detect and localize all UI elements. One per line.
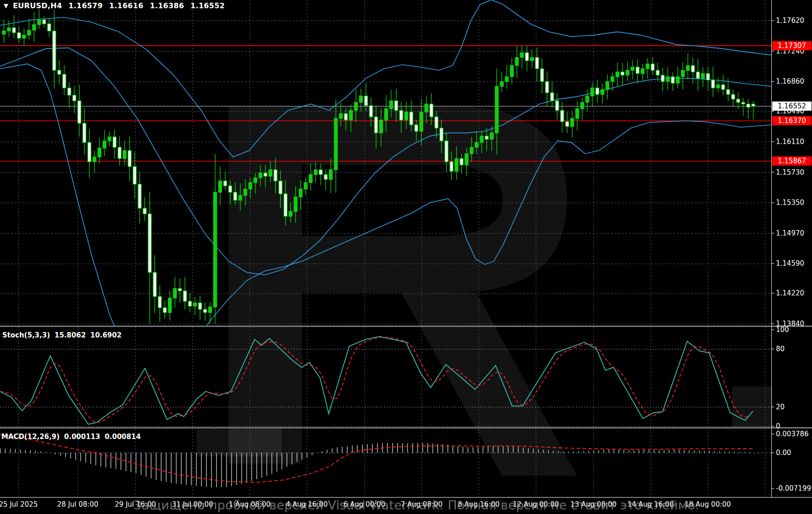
candle-body [752,104,755,107]
candle-body [711,80,715,88]
candle-body [420,112,423,131]
candle-body [445,141,448,162]
candle-body [500,81,503,86]
candle-body [12,28,16,33]
price-axis-label[interactable]: 1.14220 [776,289,804,297]
stoch-signal-line [0,337,749,423]
candle-body [621,72,624,75]
candle-body [405,112,408,120]
macd-signal-line [0,434,753,482]
level-price-tag[interactable]: 1.17307 [772,41,812,50]
candle-body [747,104,750,107]
stoch-axis-label[interactable]: 20 [776,403,785,411]
time-axis-label[interactable]: 25 Jul 2025 [0,500,37,509]
level-price-tag[interactable]: 1.15867 [772,156,812,166]
candle-body [666,77,669,82]
macd-axis-label[interactable]: -0.007199 [776,484,811,493]
candle-body [299,189,302,197]
candle-body [98,148,101,157]
panel-separator-stoch[interactable] [0,326,812,327]
candle-body [244,189,247,195]
candle-body [198,303,202,309]
candle-body [545,81,549,93]
candle-body [254,178,257,183]
trial-watermark-text: Защищено пробной версией Visual Watermar… [134,498,700,512]
candle-body [676,77,679,83]
candle-body [138,184,141,209]
candle-body [63,75,66,88]
candle-body [339,113,342,118]
candle-body [354,102,358,111]
candle-body [369,106,373,117]
price-axis-label[interactable]: 1.16860 [776,77,804,86]
candle-body [576,109,579,118]
bid-price-tag[interactable]: 1.16552 [772,102,812,111]
candle-body [686,65,689,70]
candle-body [364,96,368,106]
quote-low: 1.16386 [150,1,184,10]
candle-body [566,122,569,127]
candle-body [309,175,312,183]
candle-body [681,70,684,77]
macd-panel[interactable] [0,434,753,487]
macd-axis-label[interactable]: 0.003786 [776,430,809,438]
candle-body [208,307,212,312]
candle-body [234,192,237,200]
candle-body [737,99,740,102]
price-axis-label[interactable]: 1.14970 [776,229,804,237]
candle-body [631,67,634,70]
candle-body [314,170,317,175]
candle-body [721,85,725,90]
candle-body [113,137,116,147]
candle-body [550,93,554,101]
candle-body [108,137,111,141]
candle-body [48,24,51,31]
candle-body [264,173,267,176]
candle-body [465,154,468,165]
macd-axis-label[interactable]: 0.00 [776,449,791,457]
stoch-axis-label[interactable]: 0 [776,422,780,430]
price-axis-label[interactable]: 1.17620 [776,16,804,25]
candle-body [143,208,146,214]
stoch-axis-label[interactable]: 100 [776,326,789,334]
candle-body [540,69,544,81]
candle-body [455,159,458,171]
candle-body [727,90,730,95]
candle-body [219,181,222,193]
price-axis-label[interactable]: 1.15730 [776,168,804,177]
candle-body [626,70,629,75]
candle-body [591,88,594,96]
stoch-panel[interactable] [0,337,753,424]
candle-body [53,31,56,70]
price-axis-label[interactable]: 1.14590 [776,259,804,268]
stoch-name: Stoch(5,3,3) [2,331,50,339]
price-axis-label[interactable]: 1.16110 [776,138,804,146]
candle-body [374,117,378,133]
candle-body [334,118,337,170]
stoch-axis-label[interactable]: 80 [776,345,785,353]
candle-body [379,120,383,133]
level-price-tag[interactable]: 1.16370 [772,116,812,125]
candle-body [661,75,664,81]
stoch-value-signal: 10.6902 [91,331,122,339]
panel-separator-macd[interactable] [0,427,812,428]
chart-title: ▼EURUSD,H41.165791.166161.163861.16552 [4,1,231,10]
stoch-value-main: 15.8062 [54,331,85,339]
candle-body [319,170,322,175]
candle-body [581,102,584,109]
quote-open: 1.16579 [69,1,103,10]
candle-body [716,85,720,88]
chart-menu-triangle-icon[interactable]: ▼ [4,2,8,9]
candle-body [168,298,171,313]
candle-body [133,166,136,184]
candle-body [158,296,161,308]
time-axis-label[interactable]: 28 Jul 08:00 [57,500,98,509]
symbol-timeframe-label: EURUSD,H4 [13,1,62,10]
candle-body [495,86,498,133]
candle-body [425,104,428,112]
candle-body [43,20,46,24]
candle-body [706,74,710,80]
price-axis-label[interactable]: 1.15350 [776,198,804,207]
candle-body [178,289,182,291]
candle-body [510,65,513,77]
